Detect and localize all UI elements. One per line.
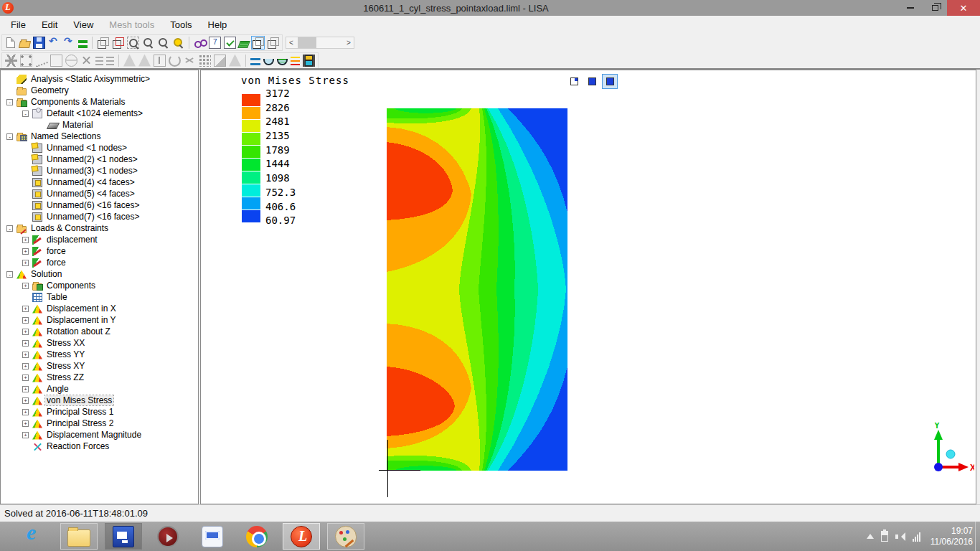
tree-expander[interactable]: + — [22, 352, 29, 358]
wireframe-cube[interactable] — [97, 37, 109, 49]
volume-icon[interactable] — [895, 532, 905, 542]
tree-item[interactable]: - Default <1024 elements> — [1, 108, 198, 119]
deformed-wire[interactable] — [263, 59, 274, 65]
tree-expander[interactable]: + — [22, 283, 29, 289]
menu-item[interactable]: Mesh tools — [101, 17, 162, 32]
load-arrows[interactable] — [291, 57, 300, 65]
tree-expander[interactable]: + — [22, 329, 29, 335]
tree-expander[interactable]: - — [6, 225, 13, 232]
tree-item[interactable]: + Displacement Magnitude — [1, 429, 198, 441]
network-icon[interactable] — [913, 532, 920, 542]
open-file[interactable] — [19, 41, 31, 48]
tree-item[interactable]: + von Mises Stress — [1, 395, 198, 406]
tree-item[interactable]: + Displacement in Y — [1, 314, 198, 326]
tree-item[interactable]: Analysis <Static Axisymmetric> — [1, 73, 198, 85]
lisa[interactable] — [283, 523, 320, 550]
file-explorer[interactable] — [60, 523, 98, 550]
menu-item[interactable]: Edit — [34, 17, 65, 32]
zoom-window[interactable] — [127, 37, 139, 49]
tree-item[interactable]: - Named Selections — [1, 131, 198, 142]
tree-expander[interactable]: - — [6, 99, 13, 105]
branch[interactable] — [184, 55, 196, 67]
refine[interactable] — [5, 55, 17, 67]
element-edges[interactable] — [112, 37, 124, 49]
shaded-view[interactable] — [252, 37, 264, 49]
tree-expander[interactable]: + — [22, 409, 29, 415]
sphere-select[interactable] — [65, 55, 77, 67]
corner-select[interactable] — [20, 55, 32, 67]
battery-icon[interactable] — [881, 531, 888, 542]
points[interactable] — [199, 55, 211, 67]
maximize-button[interactable] — [923, 0, 947, 16]
layers[interactable] — [237, 41, 250, 48]
scroll-right-arrow[interactable]: > — [344, 39, 354, 47]
surface-check[interactable] — [224, 37, 236, 49]
menu-item[interactable]: View — [65, 17, 101, 32]
view-history-scrollbar[interactable]: < > — [286, 37, 354, 49]
tree-expander[interactable]: + — [22, 363, 29, 369]
viewport[interactable]: von Mises Stress 3172 2826 248 — [200, 70, 976, 504]
close-button[interactable]: ✕ — [947, 0, 980, 16]
view-front-cube[interactable] — [566, 74, 582, 89]
show-desktop-button[interactable] — [975, 522, 980, 551]
tree-item[interactable]: Unnamed(6) <16 faces> — [1, 199, 198, 211]
view-iso-cube[interactable] — [584, 74, 600, 89]
chrome[interactable] — [238, 523, 275, 550]
zoom-extents[interactable] — [157, 37, 169, 49]
tree-expander[interactable]: + — [22, 397, 29, 404]
tree-item[interactable]: + Principal Stress 2 — [1, 418, 198, 429]
tree-expander[interactable]: - — [6, 271, 13, 278]
tree-item[interactable]: Material — [1, 119, 198, 131]
tree-item[interactable]: + force — [1, 245, 198, 257]
extrude[interactable] — [154, 55, 166, 67]
tree-item[interactable]: + Stress YY — [1, 349, 198, 360]
tree-expander[interactable]: - — [22, 110, 29, 117]
view-shaded-cube[interactable] — [602, 74, 618, 89]
tree-expander[interactable]: + — [22, 420, 29, 427]
tree-item[interactable]: Unnamed(7) <16 faces> — [1, 211, 198, 222]
tree-item[interactable]: Unnamed(5) <4 faces> — [1, 188, 198, 199]
paint[interactable] — [327, 523, 364, 550]
sep[interactable] — [245, 55, 246, 67]
node-numbers[interactable] — [209, 37, 221, 49]
spotlight[interactable] — [172, 37, 184, 49]
sep[interactable] — [189, 37, 189, 49]
menu-item[interactable]: Help — [200, 17, 235, 32]
deformed-shaded[interactable] — [277, 59, 288, 65]
image[interactable] — [214, 55, 226, 67]
tree-expander[interactable]: + — [22, 248, 29, 255]
tree-expander[interactable]: + — [22, 386, 29, 392]
save[interactable] — [33, 37, 45, 49]
tree-item[interactable]: + Components — [1, 280, 198, 291]
contour-plot[interactable] — [387, 108, 567, 471]
tree-item[interactable]: + Angle — [1, 383, 198, 395]
tree-item[interactable]: Reaction Forces — [1, 441, 198, 452]
sep[interactable] — [92, 37, 93, 49]
tree-item[interactable]: + Principal Stress 1 — [1, 406, 198, 418]
tree-expander[interactable]: + — [22, 432, 29, 438]
path-select[interactable] — [34, 57, 48, 67]
tree-item[interactable]: + Stress ZZ — [1, 372, 198, 383]
solve[interactable] — [78, 40, 88, 48]
menu-item[interactable]: Tools — [162, 17, 199, 32]
tree-item[interactable]: Unnamed(2) <1 nodes> — [1, 154, 198, 165]
zoom[interactable] — [142, 37, 154, 49]
tree-item[interactable]: + Displacement in X — [1, 303, 198, 314]
tree-item[interactable]: + Stress XY — [1, 360, 198, 372]
tree-expander[interactable]: - — [6, 133, 13, 140]
clock[interactable]: 19:07 11/06/2016 — [930, 526, 973, 547]
scroll-left-arrow[interactable]: < — [286, 39, 296, 47]
rect-select[interactable] — [50, 55, 62, 67]
remote-media[interactable] — [105, 523, 142, 550]
tree-item[interactable]: - Solution — [1, 268, 198, 280]
tree-expander[interactable]: + — [22, 237, 29, 243]
wireframe-view[interactable] — [267, 37, 279, 49]
tree-expander[interactable]: + — [22, 306, 29, 312]
tree-item[interactable]: - Components & Materials — [1, 96, 198, 108]
list-collapse[interactable] — [95, 57, 103, 66]
delete[interactable] — [80, 55, 93, 67]
tree-expander[interactable]: + — [22, 340, 29, 347]
tree-item[interactable]: - Loads & Constraints — [1, 222, 198, 234]
tree-item[interactable]: Unnamed(4) <4 faces> — [1, 176, 198, 188]
hidden-icons-arrow[interactable] — [867, 530, 874, 539]
